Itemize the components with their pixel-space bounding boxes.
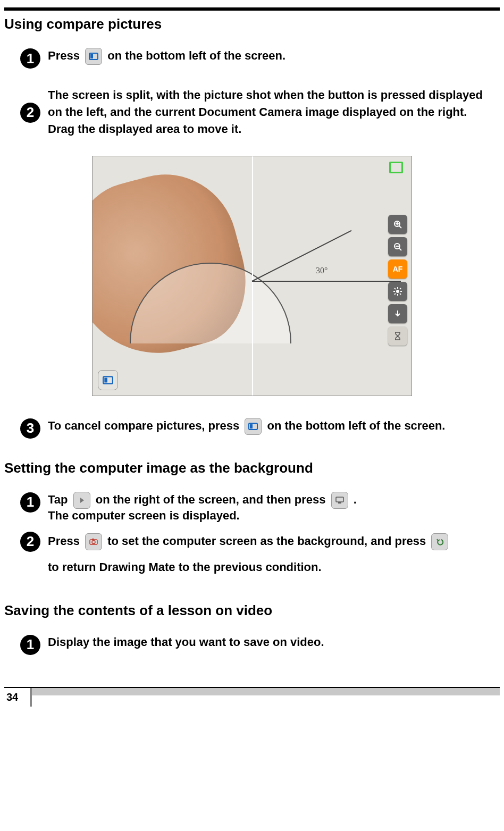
text: . (354, 493, 357, 506)
zoom-in-icon[interactable] (388, 215, 407, 234)
step-body: The screen is split, with the picture sh… (48, 87, 500, 138)
compare-split-icon (245, 418, 262, 435)
compare-screenshot: 30° AF (92, 156, 412, 396)
text: to set the computer screen as the backgr… (107, 534, 429, 548)
step-number-icon: 1 (20, 635, 40, 655)
top-rule (4, 7, 500, 11)
compare-split-icon (85, 48, 102, 65)
step-number-icon: 1 (20, 48, 40, 69)
svg-line-7 (399, 248, 401, 250)
timer-icon[interactable] (388, 326, 407, 346)
text: Press (48, 534, 83, 548)
heading-compare: Using compare pictures (4, 16, 500, 32)
step-number-icon: 2 (20, 103, 40, 123)
arrow-down-icon[interactable] (388, 304, 407, 323)
step-body: Press on the bottom left of the screen. (48, 47, 500, 65)
camera-toolbar: AF (388, 215, 407, 346)
compare-step-3: 3 To cancel compare pictures, press on t… (20, 417, 500, 439)
svg-line-16 (400, 288, 401, 289)
step-body: The computer screen is displayed. Press … (48, 531, 500, 576)
angle-label: 30° (316, 266, 327, 275)
svg-rect-1 (90, 54, 93, 58)
lead-text: The computer screen is displayed. (48, 507, 497, 524)
text: Press (48, 49, 83, 62)
svg-rect-22 (336, 497, 343, 502)
text: To cancel compare pictures, press (48, 419, 242, 432)
text: on the right of the screen, and then pre… (96, 493, 329, 506)
step-number-icon: 3 (20, 418, 40, 439)
split-divider (252, 156, 253, 396)
text: Tap (48, 493, 71, 506)
brightness-icon[interactable] (388, 282, 407, 301)
footer-bar (32, 688, 500, 695)
zoom-out-icon[interactable] (388, 237, 407, 256)
step-number-icon: 1 (20, 492, 40, 513)
status-indicator-icon (389, 162, 403, 173)
background-step-2: 2 The computer screen is displayed. Pres… (20, 531, 500, 576)
page-footer: 34 (4, 687, 500, 707)
step-body: Display the image that you want to save … (48, 634, 500, 651)
svg-line-17 (394, 293, 396, 295)
arrow-tab-icon (73, 492, 90, 509)
page-number: 34 (4, 688, 32, 707)
svg-rect-19 (104, 377, 107, 382)
autofocus-icon[interactable]: AF (388, 259, 407, 279)
svg-rect-26 (92, 539, 94, 540)
svg-rect-23 (338, 502, 341, 503)
camera-capture-icon (85, 533, 102, 550)
compare-step-2: 2 The screen is split, with the picture … (20, 87, 500, 138)
svg-rect-21 (250, 424, 253, 429)
step-body: To cancel compare pictures, press on the… (48, 417, 500, 435)
return-icon (431, 533, 448, 550)
compare-toggle-button[interactable] (98, 370, 118, 390)
step-body: Tap on the right of the screen, and then… (48, 491, 500, 509)
svg-line-3 (399, 226, 401, 228)
text: on the bottom left of the screen. (107, 49, 285, 62)
computer-icon (331, 492, 348, 509)
svg-point-25 (92, 540, 95, 543)
svg-line-14 (394, 288, 396, 289)
svg-point-9 (396, 290, 399, 293)
right-pane (252, 156, 411, 396)
compare-step-1: 1 Press on the bottom left of the screen… (20, 47, 500, 69)
step-number-icon: 2 (20, 532, 40, 552)
video-step-1: 1 Display the image that you want to sav… (20, 634, 500, 655)
baseline (252, 281, 401, 282)
tail-text: to return Drawing Mate to the previous c… (48, 559, 497, 576)
text: on the bottom left of the screen. (267, 419, 446, 432)
svg-line-15 (400, 293, 401, 295)
heading-video: Saving the contents of a lesson on video (4, 602, 500, 619)
heading-background: Setting the computer image as the backgr… (4, 460, 500, 476)
